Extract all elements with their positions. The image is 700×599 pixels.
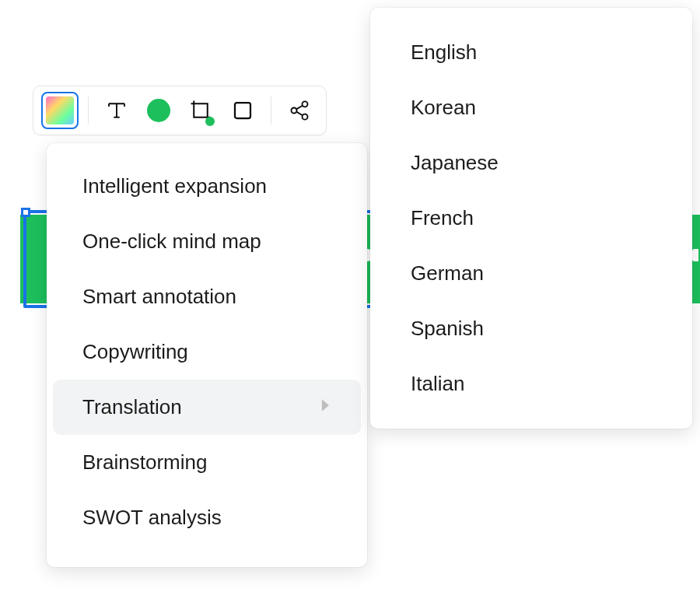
chevron-right-icon [320, 398, 331, 416]
menu-item-label: Spanish [411, 317, 484, 341]
language-item-german[interactable]: German [378, 246, 684, 301]
ai-actions-menu: Intelligent expansion One-click mind map… [47, 143, 367, 567]
language-item-english[interactable]: English [378, 25, 684, 80]
share-icon [289, 100, 310, 121]
menu-item-label: Brainstorming [82, 450, 207, 475]
menu-item-intelligent-expansion[interactable]: Intelligent expansion [53, 159, 361, 214]
toolbar-divider [271, 96, 271, 124]
language-item-french[interactable]: French [378, 191, 684, 246]
toolbar [33, 86, 327, 135]
language-item-italian[interactable]: Italian [378, 356, 684, 412]
language-item-korean[interactable]: Korean [378, 80, 684, 135]
logo-tool[interactable] [41, 92, 79, 129]
square-icon [231, 99, 254, 122]
toolbar-divider [88, 96, 89, 124]
text-tool[interactable] [98, 92, 135, 129]
svg-rect-1 [235, 103, 250, 118]
menu-item-label: One-click mind map [82, 229, 261, 254]
menu-item-swot-analysis[interactable]: SWOT analysis [53, 490, 361, 545]
text-icon [105, 99, 128, 122]
menu-item-label: Italian [411, 372, 464, 396]
menu-item-label: German [411, 261, 484, 285]
menu-item-copywriting[interactable]: Copywriting [53, 324, 361, 380]
language-item-spanish[interactable]: Spanish [378, 301, 684, 356]
menu-item-label: English [411, 40, 477, 65]
menu-item-smart-annotation[interactable]: Smart annotation [53, 269, 361, 324]
active-color-indicator [205, 117, 215, 126]
menu-item-label: Japanese [411, 151, 499, 175]
translation-language-menu: English Korean Japanese French German Sp… [370, 8, 692, 429]
menu-item-label: Smart annotation [82, 285, 236, 309]
svg-point-2 [303, 101, 308, 107]
crop-tool[interactable] [182, 92, 219, 129]
circle-icon [147, 99, 170, 122]
menu-item-label: Intelligent expansion [82, 174, 267, 198]
svg-rect-0 [194, 103, 208, 117]
svg-point-3 [292, 108, 297, 114]
menu-item-label: French [411, 206, 474, 230]
svg-point-4 [303, 114, 308, 120]
menu-item-one-click-mind-map[interactable]: One-click mind map [53, 214, 361, 269]
menu-item-label: SWOT analysis [82, 506, 222, 530]
menu-item-translation[interactable]: Translation [53, 380, 361, 435]
menu-item-label: Copywriting [82, 340, 188, 364]
menu-item-brainstorming[interactable]: Brainstorming [53, 435, 361, 490]
selection-handle-top-left[interactable] [21, 208, 30, 217]
menu-item-label: Korean [411, 96, 476, 120]
language-item-japanese[interactable]: Japanese [378, 135, 684, 191]
menu-item-label: Translation [82, 395, 182, 419]
share-tool[interactable] [281, 92, 318, 129]
rectangle-shape-tool[interactable] [224, 92, 261, 129]
circle-shape-tool[interactable] [140, 92, 177, 129]
app-logo-icon [46, 96, 74, 124]
